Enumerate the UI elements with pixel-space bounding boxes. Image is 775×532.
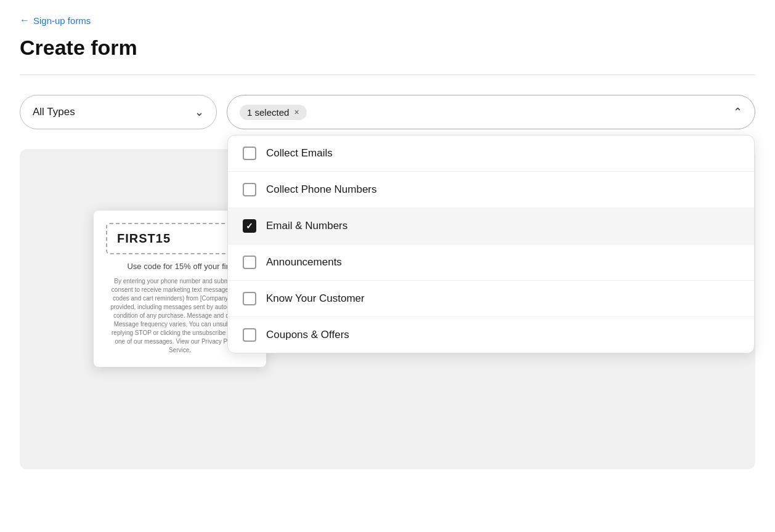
- checkbox-coupons-offers[interactable]: [243, 328, 256, 342]
- option-announcements[interactable]: Announcements: [228, 244, 754, 281]
- option-coupons-offers-label: Coupons & Offers: [266, 329, 349, 341]
- option-collect-emails-label: Collect Emails: [266, 147, 333, 159]
- tags-dropdown[interactable]: 1 selected × ⌃ Collect Emails Collect Ph…: [227, 95, 755, 129]
- option-collect-emails[interactable]: Collect Emails: [228, 135, 754, 172]
- option-know-customer[interactable]: Know Your Customer: [228, 281, 754, 317]
- back-link-label: Sign-up forms: [33, 15, 91, 26]
- tags-chevron-up-icon: ⌃: [733, 105, 742, 119]
- back-arrow-icon: ←: [20, 15, 30, 26]
- checkbox-know-customer[interactable]: [243, 292, 256, 305]
- divider: [20, 75, 755, 75]
- checkbox-email-numbers[interactable]: [243, 219, 256, 233]
- checkbox-collect-phone[interactable]: [243, 183, 256, 196]
- option-collect-phone-label: Collect Phone Numbers: [266, 183, 377, 196]
- selected-count-label: 1 selected: [247, 107, 289, 118]
- types-chevron-down-icon: ⌄: [195, 105, 204, 119]
- option-email-numbers-label: Email & Numbers: [266, 220, 347, 232]
- types-dropdown[interactable]: All Types ⌄: [20, 95, 217, 129]
- checkbox-announcements[interactable]: [243, 256, 256, 269]
- option-coupons-offers[interactable]: Coupons & Offers: [228, 317, 754, 353]
- checkbox-collect-emails[interactable]: [243, 147, 256, 160]
- page-title: Create form: [20, 36, 755, 60]
- types-dropdown-label: All Types: [33, 106, 75, 118]
- filters-row: All Types ⌄ 1 selected × ⌃ Collect Email…: [20, 95, 755, 129]
- option-know-customer-label: Know Your Customer: [266, 292, 365, 305]
- option-announcements-label: Announcements: [266, 256, 342, 268]
- tags-dropdown-menu: Collect Emails Collect Phone Numbers Ema…: [227, 135, 755, 353]
- tag-clear-button[interactable]: ×: [294, 107, 299, 117]
- coupon-code: FIRST15: [117, 232, 171, 246]
- back-link[interactable]: ← Sign-up forms: [20, 15, 755, 26]
- option-email-numbers[interactable]: Email & Numbers: [228, 208, 754, 244]
- option-collect-phone[interactable]: Collect Phone Numbers: [228, 172, 754, 208]
- selected-tag-badge: 1 selected ×: [240, 105, 307, 120]
